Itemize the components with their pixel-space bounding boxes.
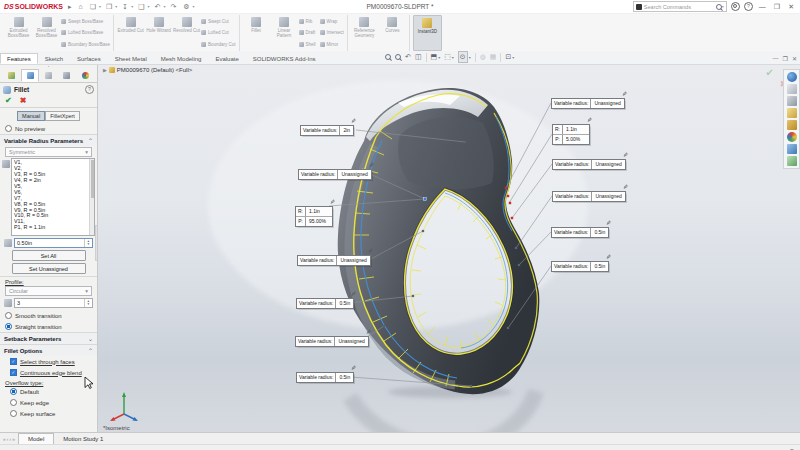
- callout-value[interactable]: Unassigned: [335, 337, 367, 346]
- boundary-cut-button[interactable]: Boundary Cut: [201, 42, 236, 47]
- view-orientation-icon[interactable]: ⬒: [431, 52, 438, 62]
- curves-button[interactable]: Curves: [379, 15, 406, 51]
- callout-value[interactable]: 0.5in: [336, 299, 353, 308]
- zoom-to-area-icon[interactable]: [395, 54, 401, 60]
- display-style-icon[interactable]: ⬚: [444, 52, 451, 62]
- part-tree-label[interactable]: PM0009670 (Default) <Full>: [117, 67, 192, 73]
- edit-pencil-icon[interactable]: ✎: [587, 117, 592, 123]
- taskpane-design-library-icon[interactable]: [787, 108, 797, 118]
- print-icon[interactable]: ❑: [136, 0, 146, 13]
- instances-input[interactable]: 3 ▴▾: [14, 298, 93, 308]
- radius-position-callout[interactable]: R:1.1in P:95.00% ✎: [295, 206, 333, 227]
- manual-mode-button[interactable]: Manual: [17, 111, 45, 121]
- variable-radius-callout[interactable]: Variable radius: 0.5in ✎: [551, 261, 609, 272]
- radius-position-callout[interactable]: R:1.1in P:5.00% ✎: [552, 124, 590, 145]
- taskpane-forum-icon[interactable]: [787, 156, 797, 166]
- revolved-boss-button[interactable]: Revolved Boss/Base: [33, 15, 60, 51]
- lofted-cut-button[interactable]: Lofted Cut: [201, 30, 236, 35]
- edit-pencil-icon[interactable]: ✎: [330, 199, 335, 205]
- straight-transition-option[interactable]: Straight transition: [0, 321, 97, 332]
- hide-show-items-icon[interactable]: ⊙: [458, 51, 468, 63]
- edit-pencil-icon[interactable]: ✎: [351, 365, 356, 371]
- variable-radius-callout[interactable]: Variable radius: 0.5in ✎: [296, 298, 354, 309]
- edit-pencil-icon[interactable]: ✎: [622, 91, 627, 97]
- collapse-chevron-icon[interactable]: ⌃: [88, 137, 93, 144]
- intersect-button[interactable]: Intersect: [320, 30, 344, 35]
- variable-radius-callout[interactable]: Variable radius: Unassigned ✎: [552, 159, 626, 170]
- apply-scene-icon[interactable]: ▦: [490, 52, 497, 62]
- callout-value[interactable]: Unassigned: [591, 99, 623, 108]
- symmetry-dropdown[interactable]: Symmetric ▾: [5, 147, 92, 157]
- home-icon[interactable]: ⌂: [76, 0, 84, 13]
- overflow-keep-edge-option[interactable]: Keep edge: [0, 397, 97, 408]
- menu-expand-arrow-icon[interactable]: ▸: [66, 0, 74, 13]
- view-orientation-caret-icon[interactable]: ▾: [438, 55, 440, 60]
- edit-appearance-icon[interactable]: ◍: [480, 52, 486, 62]
- extruded-boss-button[interactable]: Extruded Boss/Base: [5, 15, 32, 51]
- callout-value[interactable]: Unassigned: [592, 192, 624, 201]
- flyout-feature-tree[interactable]: ▶ PM0009670 (Default) <Full>: [103, 67, 192, 73]
- mirror-button[interactable]: Mirror: [320, 42, 344, 47]
- smooth-transition-radio[interactable]: [5, 312, 12, 319]
- section-view-icon[interactable]: ◫: [415, 52, 422, 62]
- help-icon[interactable]: ?: [744, 2, 753, 11]
- callout-value[interactable]: 2in: [340, 126, 353, 135]
- login-user-icon[interactable]: [731, 2, 740, 11]
- set-all-button[interactable]: Set All: [12, 250, 86, 261]
- tab-sketch[interactable]: Sketch: [38, 53, 70, 64]
- tab-mesh-modeling[interactable]: Mesh Modeling: [154, 53, 209, 64]
- reference-geometry-button[interactable]: Reference Geometry: [351, 15, 378, 51]
- variable-radius-callout[interactable]: Variable radius: 2in ✎: [300, 125, 354, 136]
- tab-motion-study[interactable]: Motion Study 1: [54, 433, 112, 444]
- new-caret-icon[interactable]: ▾: [99, 4, 101, 9]
- lofted-boss-button[interactable]: Lofted Boss/Base: [61, 30, 110, 35]
- edit-pencil-icon[interactable]: ✎: [623, 184, 628, 190]
- doc-close-button[interactable]: ✕: [792, 55, 797, 62]
- collapse-chevron-icon[interactable]: ⌃: [88, 347, 93, 354]
- variable-radius-callout[interactable]: Variable radius: Unassigned ✎: [551, 98, 625, 109]
- search-caret-icon[interactable]: ▾: [722, 4, 724, 9]
- ok-check-icon[interactable]: ✔: [5, 96, 12, 105]
- shell-button[interactable]: Shell: [299, 42, 316, 47]
- view-settings-icon[interactable]: ⊡: [505, 52, 511, 62]
- variable-radius-callout[interactable]: Variable radius: Unassigned ✎: [298, 169, 372, 180]
- save-caret-icon[interactable]: ▾: [131, 4, 133, 9]
- undo-caret-icon[interactable]: ▾: [163, 4, 165, 9]
- boundary-boss-button[interactable]: Boundary Boss/Base: [61, 42, 110, 47]
- spinner-arrows[interactable]: ▴▾: [84, 239, 92, 247]
- taskpane-custom-properties-icon[interactable]: [787, 144, 797, 154]
- smooth-transition-option[interactable]: Smooth transition: [0, 310, 97, 321]
- open-caret-icon[interactable]: ▾: [115, 4, 117, 9]
- callout-value[interactable]: 0.5in: [591, 228, 608, 237]
- edit-pencil-icon[interactable]: ✎: [366, 329, 371, 335]
- previous-view-icon[interactable]: ↶: [405, 52, 411, 62]
- rib-button[interactable]: Rib: [299, 19, 316, 24]
- profile-type-dropdown[interactable]: Circular ▾: [5, 286, 92, 296]
- revolved-cut-button[interactable]: Revolved Cut: [173, 15, 200, 51]
- fillet-button[interactable]: Fillet: [243, 15, 270, 51]
- command-help-icon[interactable]: ?: [85, 85, 94, 94]
- search-input[interactable]: Search Commands ▾: [633, 1, 727, 12]
- variable-radius-callout[interactable]: Variable radius: Unassigned ✎: [295, 336, 369, 347]
- open-icon[interactable]: ❐: [104, 0, 114, 13]
- filletxpert-mode-button[interactable]: FilletXpert: [45, 111, 80, 121]
- taskpane-appearances-icon[interactable]: [787, 132, 797, 142]
- redo-icon[interactable]: ↷: [168, 0, 178, 13]
- setback-parameters-header[interactable]: Setback Parameters ⌄: [0, 332, 97, 344]
- fillet-options-header[interactable]: Fillet Options ⌃: [0, 344, 97, 356]
- new-document-icon[interactable]: ❏: [88, 0, 98, 13]
- edit-pencil-icon[interactable]: ✎: [351, 118, 356, 124]
- options-gear-icon[interactable]: ⚙: [181, 0, 191, 13]
- instant3d-button[interactable]: Instant3D: [413, 15, 442, 51]
- undo-icon[interactable]: ↶: [153, 0, 163, 13]
- tab-feature-manager-tree[interactable]: [3, 69, 20, 82]
- overflow-keep-edge-radio[interactable]: [10, 399, 17, 406]
- tab-solidworks-addins[interactable]: SOLIDWORKS Add-Ins: [246, 53, 323, 64]
- print-caret-icon[interactable]: ▾: [147, 4, 149, 9]
- edit-pencil-icon[interactable]: ✎: [368, 248, 373, 254]
- options-caret-icon[interactable]: ▾: [193, 4, 195, 9]
- save-icon[interactable]: ↧: [120, 0, 130, 13]
- hole-wizard-button[interactable]: Hole Wizard: [145, 15, 172, 51]
- view-settings-caret-icon[interactable]: ▾: [512, 55, 514, 60]
- tab-scroll-buttons[interactable]: «‹›»: [0, 433, 18, 444]
